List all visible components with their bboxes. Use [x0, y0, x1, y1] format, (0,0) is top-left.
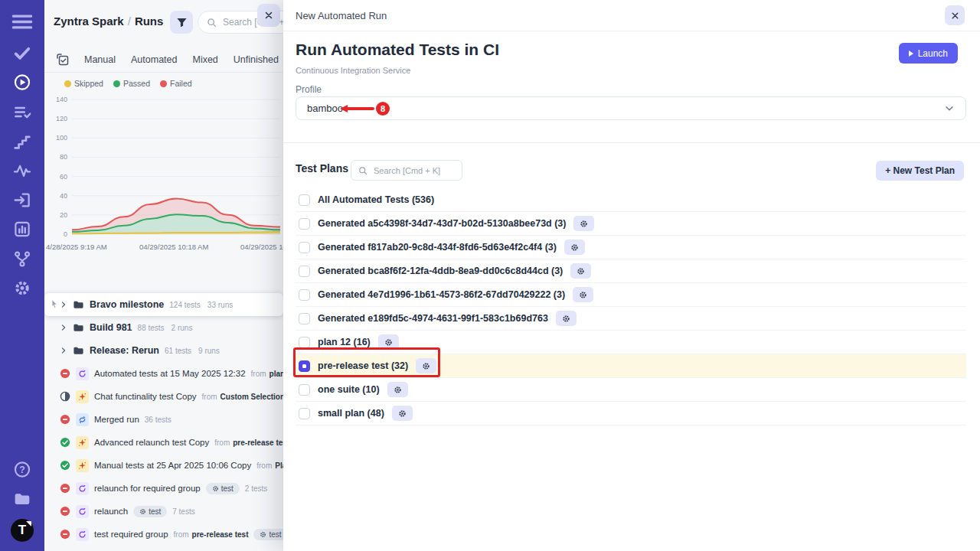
- chevron-right-icon[interactable]: [60, 301, 67, 308]
- gear-icon: [139, 508, 146, 515]
- run-name: Merged run: [94, 415, 139, 424]
- chevron-right-icon[interactable]: [60, 324, 67, 331]
- test-plan-settings-button[interactable]: [392, 406, 413, 421]
- test-plans-search-input[interactable]: [372, 165, 455, 176]
- projects-icon[interactable]: [14, 491, 31, 508]
- tag-chip[interactable]: test: [133, 506, 167, 517]
- run-row[interactable]: Automated tests at 15 May 2025 12:32from…: [44, 362, 283, 385]
- filter-button[interactable]: [170, 11, 193, 34]
- legend-item-passed[interactable]: Passed: [113, 79, 150, 88]
- run-row[interactable]: Manual tests at 25 Apr 2025 10:06 Copyfr…: [44, 454, 283, 477]
- from-label: from: [202, 393, 217, 401]
- play-circle-icon[interactable]: [14, 73, 31, 91]
- test-plan-checkbox[interactable]: [299, 313, 310, 324]
- merged-run-icon: [76, 413, 89, 426]
- test-plan-row[interactable]: pre-release test (32): [296, 354, 966, 378]
- folder-row[interactable]: Release: Rerun61 tests9 runs: [44, 339, 283, 362]
- breadcrumb-project[interactable]: Zyntra Spark: [54, 15, 124, 28]
- tag-chip[interactable]: test: [206, 483, 240, 494]
- gear-icon: [577, 267, 585, 276]
- steps-icon[interactable]: [14, 133, 31, 151]
- test-plan-row[interactable]: All Automated Tests (536): [296, 188, 966, 212]
- passed-status-icon: [60, 460, 70, 471]
- run-name: test required group: [94, 530, 168, 539]
- test-plan-settings-button[interactable]: [387, 382, 408, 397]
- test-plan-checkbox[interactable]: [299, 242, 310, 253]
- chevron-right-icon[interactable]: [60, 347, 67, 354]
- test-plan-checkbox[interactable]: [299, 384, 310, 396]
- run-row[interactable]: Advanced relaunch test Copyfrompre-relea…: [44, 431, 283, 454]
- copied-run-icon: [76, 390, 89, 403]
- test-plan-row[interactable]: Generated f817ab20-9c8d-434f-8fd6-5d63e4…: [296, 236, 966, 259]
- failed-status-icon: [60, 529, 70, 540]
- run-row[interactable]: relaunchtest7 tests: [44, 500, 283, 523]
- folder-name: Bravo milestone: [90, 299, 164, 310]
- tab-mixed[interactable]: Mixed: [192, 54, 217, 65]
- test-plan-checkbox[interactable]: [299, 266, 310, 277]
- meta-part: 33 runs: [207, 301, 233, 309]
- modal-close-button[interactable]: [945, 5, 965, 25]
- git-branch-icon: [14, 250, 31, 268]
- app-logo[interactable]: T: [11, 519, 34, 542]
- legend-item-failed[interactable]: Failed: [160, 79, 192, 88]
- menu-icon[interactable]: [12, 11, 33, 32]
- tab-manual[interactable]: Manual: [84, 54, 116, 65]
- folder-row[interactable]: Bravo milestone124 tests33 runs: [44, 293, 283, 316]
- test-plan-settings-button[interactable]: [573, 216, 594, 231]
- run-row[interactable]: Merged run36 tests: [44, 408, 283, 431]
- activity-icon[interactable]: [14, 162, 31, 180]
- check-icon[interactable]: [14, 44, 31, 62]
- test-plan-row[interactable]: one suite (10): [296, 378, 966, 402]
- legend-item-skipped[interactable]: Skipped: [64, 79, 103, 88]
- breadcrumb-page[interactable]: Runs: [135, 15, 164, 28]
- test-plan-checkbox[interactable]: [299, 194, 310, 206]
- test-plan-settings-button[interactable]: [556, 311, 577, 326]
- launch-button[interactable]: Launch: [899, 43, 958, 64]
- tag-chip[interactable]: test: [253, 529, 283, 540]
- test-plan-settings-button[interactable]: [564, 240, 585, 255]
- test-plan-row[interactable]: Generated e189fd5c-4974-4631-99f1-583c1b…: [296, 307, 966, 331]
- runs-panel: Zyntra Spark/Runs ManualAutomatedMixedUn…: [44, 0, 283, 551]
- test-plan-settings-button[interactable]: [570, 263, 591, 279]
- test-plan-checkbox[interactable]: [299, 289, 310, 301]
- bar-chart-icon[interactable]: [14, 220, 31, 238]
- run-source: fromplan 12: [251, 370, 283, 378]
- folder-row[interactable]: Build 98188 tests2 runs: [44, 316, 283, 339]
- from-value: Plan: [275, 461, 283, 470]
- test-plan-row[interactable]: small plan (48): [296, 402, 966, 425]
- run-row[interactable]: relaunch for required grouptest2 tests: [44, 477, 283, 500]
- test-plan-row[interactable]: Generated 4e7d1996-1b61-4573-86f2-67dd70…: [296, 283, 966, 307]
- launch-button-label: Launch: [918, 48, 948, 59]
- test-plan-checkbox[interactable]: [299, 337, 310, 348]
- test-plan-checkbox[interactable]: [299, 408, 310, 419]
- test-plan-row[interactable]: plan 12 (16): [296, 331, 966, 354]
- list-check-icon[interactable]: [14, 103, 31, 121]
- tab-unfinished[interactable]: Unfinished: [234, 54, 279, 65]
- run-row[interactable]: Chat functinality test CopyfromCustom Se…: [44, 385, 283, 408]
- test-plan-checkbox[interactable]: [299, 360, 310, 372]
- page-subtitle: Continuous Integration Service: [296, 66, 410, 75]
- new-test-plan-button[interactable]: + New Test Plan: [876, 161, 964, 181]
- panel-close-button[interactable]: [257, 4, 280, 27]
- test-plan-checkbox[interactable]: [299, 218, 310, 230]
- legend-dot: [160, 80, 167, 87]
- automated-run-icon: [76, 482, 89, 495]
- select-all-icon[interactable]: [57, 54, 69, 66]
- test-plan-row[interactable]: Generated bca8f6f2-12fa-4ddb-8ea9-dd0c6c…: [296, 259, 966, 283]
- profile-select[interactable]: bamboo: [296, 96, 966, 120]
- failed-status-icon: [60, 483, 70, 494]
- test-plan-settings-button[interactable]: [416, 358, 436, 373]
- modal-header: New Automated Run: [283, 0, 980, 31]
- gear-icon[interactable]: [14, 279, 31, 297]
- test-plan-row[interactable]: Generated a5c4398f-34d7-43d7-b02d-5130a8…: [296, 212, 966, 236]
- meta-part: 2 runs: [172, 324, 193, 332]
- run-source: fromCustom Selection: [202, 393, 283, 401]
- tab-automated[interactable]: Automated: [131, 54, 177, 65]
- test-plan-settings-button[interactable]: [378, 334, 399, 350]
- help-icon[interactable]: [14, 461, 31, 478]
- test-plan-settings-button[interactable]: [573, 287, 593, 302]
- run-row[interactable]: test required groupfrompre-release testt…: [44, 523, 283, 546]
- git-branch-icon[interactable]: [14, 250, 31, 268]
- sign-in-icon[interactable]: [14, 191, 31, 209]
- from-value: pre-release test: [233, 439, 283, 447]
